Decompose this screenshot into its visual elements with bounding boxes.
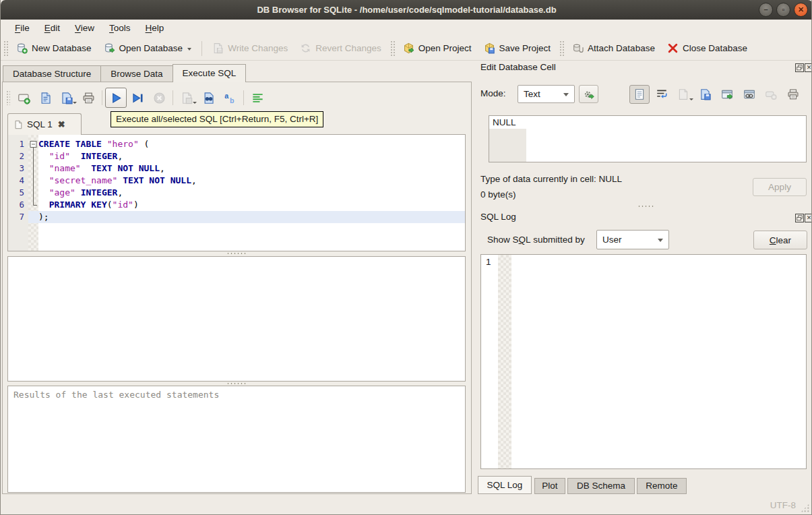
- dock-splitter-handle[interactable]: [637, 205, 655, 208]
- copy-link-button[interactable]: [739, 85, 759, 104]
- execute-line-button[interactable]: [127, 88, 148, 108]
- find-replace-button[interactable]: ab: [219, 88, 241, 108]
- sql-log-float-icon[interactable]: [795, 214, 804, 222]
- save-project-button[interactable]: Save Project: [478, 39, 557, 57]
- word-wrap-button[interactable]: [652, 85, 672, 104]
- format-sql-button[interactable]: [247, 88, 268, 108]
- sql-editor[interactable]: 1CREATE TABLE "hero" (2 "id" INTEGER,3 "…: [7, 134, 466, 251]
- copy-link-icon: [743, 88, 755, 100]
- toolbar-button-label: Open Project: [418, 43, 472, 53]
- line-number: 7: [8, 211, 28, 223]
- app-window: DB Browser for SQLite - /home/user/code/…: [0, 0, 812, 515]
- fold-line-icon[interactable]: [28, 175, 38, 187]
- editor-splitter-handle[interactable]: [226, 252, 247, 255]
- menubar: FileEditViewToolsHelp: [1, 20, 812, 36]
- sql-log-title: SQL Log: [480, 212, 516, 222]
- print-sql-button[interactable]: [77, 88, 99, 108]
- sql-toolbar-grip[interactable]: [6, 90, 10, 105]
- tab-database-structure[interactable]: Database Structure: [3, 65, 100, 82]
- tab-execute-sql[interactable]: Execute SQL: [173, 64, 247, 82]
- close-button[interactable]: ✕: [794, 3, 808, 17]
- code-text: "secret_name" TEXT NOT NULL,: [38, 175, 465, 187]
- bottom-tab-sql-log[interactable]: SQL Log: [478, 476, 532, 494]
- open-project-icon: [403, 42, 414, 54]
- word-wrap-icon: [656, 88, 668, 100]
- fold-line-icon[interactable]: [28, 150, 38, 162]
- auto-mode-icon: [583, 88, 595, 100]
- export-data-button[interactable]: [717, 85, 737, 104]
- close-tab-icon[interactable]: ✖: [58, 119, 65, 129]
- toolbar-grip[interactable]: [390, 40, 395, 57]
- toolbar-grip[interactable]: [559, 40, 564, 57]
- sql-log-view[interactable]: 1: [480, 254, 807, 469]
- editor-line[interactable]: 4 "secret_name" TEXT NOT NULL,: [8, 175, 465, 187]
- apply-button[interactable]: Apply: [753, 178, 807, 196]
- editor-line[interactable]: 2 "id" INTEGER,: [8, 150, 465, 162]
- clear-log-button[interactable]: Clear: [753, 231, 807, 249]
- attach-database-button[interactable]: Attach Database: [566, 39, 661, 57]
- toolbar-grip[interactable]: [3, 40, 8, 57]
- fold-line-icon[interactable]: [28, 187, 38, 199]
- dropdown-caret-icon[interactable]: [73, 102, 77, 106]
- encoding-indicator[interactable]: UTF-8: [770, 500, 796, 510]
- titlebar[interactable]: DB Browser for SQLite - /home/user/code/…: [1, 0, 812, 20]
- sql-toolbar-separator: [243, 90, 244, 105]
- edit-cell-close-icon[interactable]: ✕: [805, 63, 812, 72]
- fold-corner-icon[interactable]: [28, 199, 38, 211]
- menu-view[interactable]: View: [67, 21, 102, 35]
- editor-line[interactable]: 5 "age" INTEGER,: [8, 187, 465, 199]
- sql-editor-tab[interactable]: SQL 1 ✖: [7, 113, 82, 135]
- menu-tools[interactable]: Tools: [102, 21, 138, 35]
- minimize-button[interactable]: –: [759, 3, 773, 17]
- sql-log-close-icon[interactable]: ✕: [805, 214, 812, 222]
- svg-text:a: a: [224, 92, 228, 100]
- close-database-button[interactable]: Close Database: [661, 39, 753, 57]
- tab-browse-data[interactable]: Browse Data: [100, 65, 172, 82]
- log-filter-select[interactable]: User: [596, 230, 669, 249]
- execute-all-button[interactable]: [105, 88, 127, 108]
- find-button[interactable]: [197, 88, 219, 108]
- cell-editor[interactable]: NULL: [489, 115, 807, 162]
- editor-line[interactable]: 1CREATE TABLE "hero" (: [8, 138, 465, 150]
- cell-type-info: Type of data currently in cell: NULL: [480, 174, 622, 184]
- save-sql-file-button[interactable]: [56, 88, 77, 108]
- open-database-button[interactable]: Open Database: [98, 39, 198, 57]
- line-number: 5: [8, 187, 28, 199]
- editor-line[interactable]: 3 "name" TEXT NOT NULL,: [8, 162, 465, 175]
- mode-select[interactable]: Text: [518, 85, 575, 103]
- text-view-icon: [633, 88, 646, 100]
- editor-line[interactable]: 7);: [8, 211, 465, 223]
- editor-line[interactable]: 6 PRIMARY KEY("id"): [8, 199, 465, 211]
- results-message-pane[interactable]: Results of the last executed statements: [7, 386, 466, 493]
- fold-line-icon[interactable]: [28, 162, 38, 175]
- menu-help[interactable]: Help: [138, 21, 172, 35]
- find-replace-icon: ab: [224, 92, 237, 104]
- resize-grip[interactable]: [801, 504, 809, 512]
- main-toolbar: New DatabaseOpen DatabaseWrite ChangesRe…: [1, 36, 812, 61]
- dropdown-caret-icon[interactable]: [689, 98, 693, 102]
- menu-edit[interactable]: Edit: [37, 21, 67, 35]
- open-project-button[interactable]: Open Project: [397, 39, 478, 57]
- write-changes-button: Write Changes: [206, 39, 294, 57]
- edit-cell-float-icon[interactable]: [795, 63, 804, 72]
- fold-start-icon[interactable]: [28, 138, 38, 150]
- bottom-tab-remote[interactable]: Remote: [637, 478, 687, 494]
- print-cell-icon: [787, 88, 799, 100]
- save-as-button[interactable]: [695, 85, 716, 104]
- menu-file[interactable]: File: [7, 21, 37, 35]
- bottom-tab-plot[interactable]: Plot: [534, 478, 565, 494]
- bottom-tab-db-schema[interactable]: DB Schema: [567, 478, 635, 494]
- print-cell-button[interactable]: [783, 85, 803, 104]
- new-database-button[interactable]: New Database: [10, 39, 98, 57]
- dropdown-caret-icon[interactable]: [193, 102, 197, 106]
- format-sql-icon: [251, 92, 264, 104]
- auto-mode-button[interactable]: [579, 85, 598, 103]
- new-sql-tab-button[interactable]: [13, 88, 34, 108]
- results-grid-pane[interactable]: [7, 256, 466, 382]
- dropdown-caret-icon[interactable]: [187, 48, 191, 53]
- print-sql-icon: [82, 92, 95, 104]
- maximize-button[interactable]: ▫: [776, 3, 790, 17]
- save-sql-file-icon: [61, 92, 73, 104]
- open-sql-file-button[interactable]: [34, 88, 56, 108]
- text-view-button[interactable]: [629, 85, 650, 104]
